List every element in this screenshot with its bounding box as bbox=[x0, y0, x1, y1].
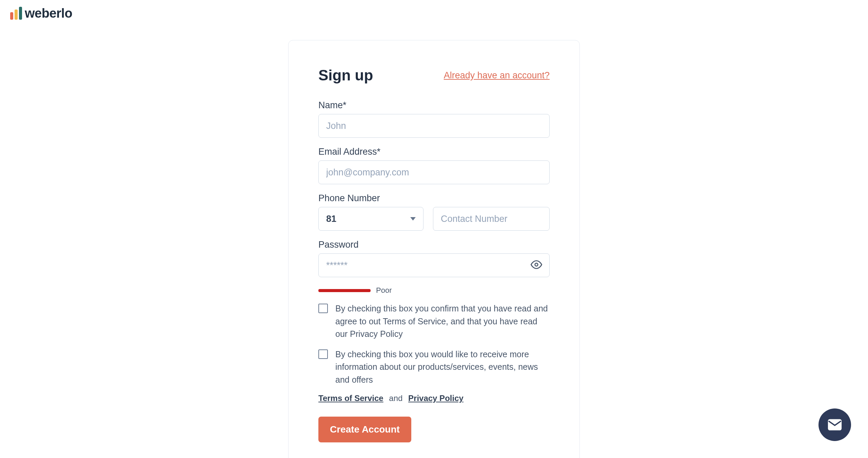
name-label: Name* bbox=[318, 100, 550, 111]
svg-point-0 bbox=[535, 263, 538, 266]
mail-icon bbox=[827, 417, 842, 432]
legal-separator: and bbox=[389, 394, 402, 403]
signin-link[interactable]: Already have an account? bbox=[444, 70, 550, 81]
signup-card: Sign up Already have an account? Name* E… bbox=[288, 40, 580, 458]
chevron-down-icon bbox=[410, 217, 416, 221]
brand-name: weberlo bbox=[25, 7, 72, 20]
brand-logo: weberlo bbox=[10, 7, 72, 20]
email-label: Email Address* bbox=[318, 147, 550, 157]
terms-of-service-link[interactable]: Terms of Service bbox=[318, 394, 383, 403]
phone-input[interactable] bbox=[433, 207, 550, 231]
page-title: Sign up bbox=[318, 67, 373, 84]
terms-checkbox-label: By checking this box you confirm that yo… bbox=[335, 302, 550, 341]
password-label: Password bbox=[318, 240, 550, 250]
create-account-button[interactable]: Create Account bbox=[318, 417, 411, 442]
password-strength-indicator: Poor bbox=[318, 286, 550, 295]
country-code-value: 81 bbox=[326, 214, 336, 224]
email-input[interactable] bbox=[318, 160, 550, 184]
chat-widget-button[interactable] bbox=[818, 408, 851, 441]
name-input[interactable] bbox=[318, 114, 550, 138]
marketing-checkbox-label: By checking this box you would like to r… bbox=[335, 348, 550, 386]
logo-bars-icon bbox=[10, 7, 22, 20]
marketing-checkbox[interactable] bbox=[318, 349, 328, 359]
privacy-policy-link[interactable]: Privacy Policy bbox=[408, 394, 463, 403]
strength-bar bbox=[318, 289, 371, 292]
toggle-password-visibility-button[interactable] bbox=[531, 259, 542, 272]
country-code-select[interactable]: 81 bbox=[318, 207, 423, 231]
strength-label: Poor bbox=[376, 286, 392, 295]
phone-label: Phone Number bbox=[318, 193, 550, 204]
legal-links: Terms of Service and Privacy Policy bbox=[318, 394, 550, 403]
password-input[interactable] bbox=[318, 253, 550, 277]
terms-checkbox[interactable] bbox=[318, 304, 328, 313]
eye-icon bbox=[531, 259, 542, 270]
